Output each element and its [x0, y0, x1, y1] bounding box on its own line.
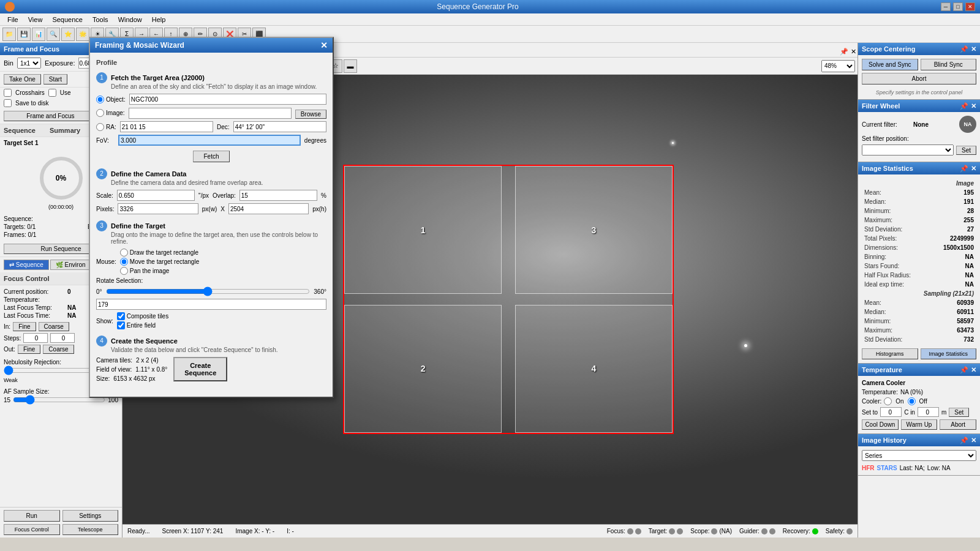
scope-abort-button[interactable]: Abort	[862, 73, 976, 84]
ra-input[interactable]	[120, 121, 213, 132]
toolbar-btn-5[interactable]: ⭐	[61, 28, 75, 41]
frame-focus-button[interactable]: Frame and Focus	[4, 111, 97, 121]
bin-select[interactable]: 1x12x23x3	[17, 58, 41, 69]
use-checkbox[interactable]	[48, 89, 56, 97]
rotate-slider-row: 0° 360°	[96, 287, 326, 296]
stats-pin-icon[interactable]: 📌	[960, 165, 968, 173]
settings-button[interactable]: Settings	[62, 510, 119, 522]
image-input[interactable]	[129, 108, 292, 119]
object-input[interactable]	[129, 94, 326, 105]
scope-pin-icon[interactable]: 📌	[960, 45, 968, 53]
toolbar-btn-3[interactable]: 📊	[32, 28, 45, 41]
scope-centering-header[interactable]: Scope Centering 📌 ✕	[858, 43, 980, 55]
blind-sync-button[interactable]: Blind Sync	[921, 59, 977, 70]
menu-file[interactable]: File	[2, 15, 23, 24]
object-radio[interactable]	[96, 96, 104, 103]
focus-control-tab[interactable]: Focus Control	[4, 524, 60, 535]
fw-pin-icon[interactable]: 📌	[960, 102, 968, 110]
draw-radio[interactable]	[120, 249, 128, 257]
minimize-button[interactable]: ─	[941, 2, 951, 11]
temp-pin-icon[interactable]: 📌	[960, 366, 968, 374]
fw-set-button[interactable]: Set	[956, 146, 976, 155]
solve-sync-button[interactable]: Solve and Sync	[862, 59, 918, 70]
wizard-close-button[interactable]: ✕	[320, 40, 328, 50]
menu-sequence[interactable]: Sequence	[47, 15, 88, 24]
cooler-off-radio[interactable]	[908, 397, 916, 405]
step1-num: 1	[96, 72, 107, 83]
pan-radio[interactable]	[120, 267, 128, 275]
crosshairs-checkbox[interactable]	[4, 89, 12, 97]
environment-tab[interactable]: 🌿 Environ	[50, 260, 91, 270]
cool-down-button[interactable]: Cool Down	[862, 419, 899, 430]
cooler-on-radio[interactable]	[884, 397, 892, 405]
image-radio[interactable]	[96, 109, 104, 117]
series-select[interactable]: Series	[862, 450, 976, 461]
menu-view[interactable]: View	[23, 15, 48, 24]
temperature-header[interactable]: Temperature 📌 ✕	[858, 364, 980, 376]
image-stats-header[interactable]: Image Statistics 📌 ✕	[858, 162, 980, 174]
set-to-label: Set to	[862, 409, 878, 416]
image-history-header[interactable]: Image History 📌 ✕	[858, 434, 980, 446]
mosaic-pin-icon[interactable]: 📌	[840, 48, 848, 56]
take-one-button[interactable]: Take One	[4, 74, 41, 84]
pixels-w-input[interactable]	[118, 203, 198, 214]
scope-hint: Specify settings in the control panel	[862, 89, 976, 96]
fetch-button[interactable]: Fetch	[193, 151, 229, 162]
maximize-button[interactable]: □	[953, 2, 963, 11]
c-in-input[interactable]	[918, 407, 939, 417]
warm-up-button[interactable]: Warm Up	[901, 419, 938, 430]
toolbar-btn-6[interactable]: 🌟	[76, 28, 89, 41]
dec-input[interactable]	[233, 121, 326, 132]
fov-input[interactable]	[118, 135, 301, 146]
composite-tiles-checkbox[interactable]	[117, 312, 125, 320]
move-radio[interactable]	[120, 258, 128, 266]
scale-input[interactable]	[117, 190, 195, 201]
steps-out-input[interactable]	[50, 333, 75, 343]
measure-button[interactable]: ▬	[344, 59, 357, 73]
image-stats-tab-button[interactable]: Image Statistics	[921, 348, 977, 359]
mosaic-close-icon[interactable]: ✕	[851, 48, 856, 56]
create-sequence-button[interactable]: Create Sequence	[173, 357, 227, 381]
scope-close-icon[interactable]: ✕	[971, 45, 976, 53]
fine-in-button[interactable]: Fine	[13, 322, 36, 331]
rotate-slider[interactable]	[106, 287, 311, 296]
filter-wheel-header[interactable]: Filter Wheel 📌 ✕	[858, 100, 980, 112]
camera-tiles-row: Camera tiles: 2 x 2 (4)	[96, 357, 167, 364]
fw-close-icon[interactable]: ✕	[971, 102, 976, 110]
entire-field-checkbox[interactable]	[117, 321, 125, 329]
temp-close-icon[interactable]: ✕	[971, 366, 976, 374]
menu-tools[interactable]: Tools	[88, 15, 113, 24]
zoom-select[interactable]: 48%25%50%100%	[821, 60, 855, 72]
stats-close-icon[interactable]: ✕	[971, 165, 976, 173]
image-row: Image: Browse	[96, 107, 326, 119]
stats-sampling-header: Sampling (21x21)	[863, 290, 975, 298]
toolbar-btn-4[interactable]: 🔍	[47, 28, 60, 41]
temp-abort-button[interactable]: Abort	[940, 419, 976, 430]
close-button[interactable]: ✕	[965, 2, 975, 11]
menu-help[interactable]: Help	[147, 15, 171, 24]
temp-set-button[interactable]: Set	[949, 408, 969, 417]
fine-out-button[interactable]: Fine	[18, 345, 40, 354]
steps-in-input[interactable]	[23, 333, 48, 343]
toolbar-btn-1[interactable]: 📁	[2, 28, 16, 41]
menu-window[interactable]: Window	[113, 15, 147, 24]
run-button[interactable]: Run	[4, 510, 60, 522]
history-close-icon[interactable]: ✕	[971, 437, 976, 444]
filter-select[interactable]	[862, 144, 954, 156]
toolbar-btn-2[interactable]: 💾	[17, 28, 31, 41]
telescope-tab[interactable]: Telescope	[62, 524, 119, 535]
start-button[interactable]: Start	[43, 74, 67, 84]
browse-button[interactable]: Browse	[295, 110, 326, 119]
histograms-tab-button[interactable]: Histograms	[862, 348, 918, 359]
pixels-h-input[interactable]	[228, 203, 309, 214]
coarse-in-button[interactable]: Coarse	[39, 322, 69, 331]
rotate-value-input[interactable]	[96, 299, 326, 310]
save-disk-checkbox[interactable]	[4, 99, 12, 107]
history-pin-icon[interactable]: 📌	[960, 437, 968, 444]
sequence-tab[interactable]: ⇄ Sequence	[4, 260, 49, 270]
coarse-out-button[interactable]: Coarse	[43, 345, 74, 354]
overlap-input[interactable]	[239, 190, 317, 201]
set-to-input[interactable]	[880, 407, 902, 417]
focus-dot-2	[635, 528, 641, 534]
ra-radio[interactable]	[96, 123, 104, 131]
